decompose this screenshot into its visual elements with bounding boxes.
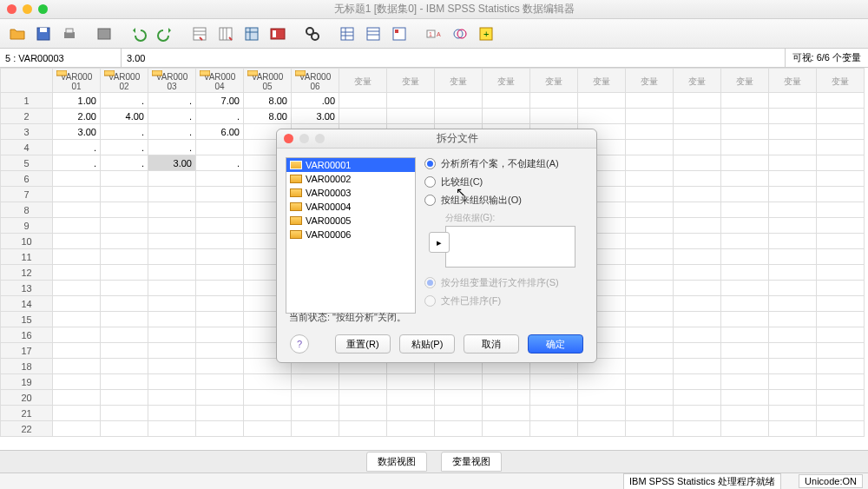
data-cell[interactable]: .00	[292, 93, 339, 109]
data-cell[interactable]	[196, 187, 244, 202]
data-cell[interactable]	[101, 359, 148, 374]
data-cell[interactable]	[721, 93, 769, 109]
help-button[interactable]: ?	[290, 334, 309, 354]
data-cell[interactable]: 8.00	[244, 93, 292, 109]
data-cell[interactable]	[339, 421, 387, 437]
data-cell[interactable]	[817, 312, 865, 327]
data-cell[interactable]: .	[196, 155, 244, 171]
data-cell[interactable]	[339, 374, 387, 390]
variable-list-item[interactable]: VAR00001	[286, 158, 415, 172]
reset-button[interactable]: 重置(R)	[335, 334, 391, 354]
data-cell[interactable]	[674, 265, 721, 281]
data-cell[interactable]	[148, 390, 196, 406]
data-cell[interactable]	[196, 218, 244, 234]
paste-button[interactable]: 粘贴(P)	[399, 334, 455, 354]
data-cell[interactable]	[435, 421, 483, 437]
data-cell[interactable]	[578, 421, 626, 437]
data-cell[interactable]	[196, 343, 244, 359]
row-header[interactable]: 18	[1, 359, 53, 374]
data-cell[interactable]	[292, 421, 339, 437]
data-cell[interactable]	[101, 327, 148, 343]
empty-column-header[interactable]: 变量	[721, 69, 769, 93]
data-cell[interactable]: 1.00	[53, 93, 101, 109]
row-header[interactable]: 3	[1, 124, 53, 140]
column-header[interactable]: VAR00006	[292, 69, 339, 93]
data-cell[interactable]	[626, 218, 674, 234]
data-cell[interactable]	[721, 312, 769, 327]
data-cell[interactable]	[101, 296, 148, 312]
data-cell[interactable]	[530, 109, 578, 124]
empty-column-header[interactable]: 变量	[387, 69, 435, 93]
data-cell[interactable]	[196, 374, 244, 390]
data-cell[interactable]	[196, 171, 244, 187]
data-cell[interactable]	[483, 390, 530, 406]
data-cell[interactable]	[817, 390, 865, 406]
row-header[interactable]: 14	[1, 296, 53, 312]
data-cell[interactable]	[817, 124, 865, 140]
row-header[interactable]: 11	[1, 249, 53, 265]
data-cell[interactable]	[53, 249, 101, 265]
data-cell[interactable]	[674, 109, 721, 124]
data-cell[interactable]	[196, 234, 244, 249]
data-cell[interactable]	[721, 249, 769, 265]
data-cell[interactable]	[817, 327, 865, 343]
data-cell[interactable]	[148, 374, 196, 390]
data-cell[interactable]	[148, 249, 196, 265]
data-cell[interactable]	[53, 218, 101, 234]
data-cell[interactable]	[483, 374, 530, 390]
data-cell[interactable]	[721, 359, 769, 374]
data-cell[interactable]	[530, 421, 578, 437]
data-cell[interactable]: 3.00	[148, 155, 196, 171]
data-cell[interactable]	[674, 312, 721, 327]
data-cell[interactable]	[674, 187, 721, 202]
variable-list-item[interactable]: VAR00002	[286, 172, 415, 186]
data-cell[interactable]	[101, 406, 148, 421]
data-cell[interactable]: .	[53, 140, 101, 155]
data-cell[interactable]	[626, 93, 674, 109]
data-cell[interactable]	[626, 343, 674, 359]
select-cases-button[interactable]	[387, 23, 411, 45]
empty-column-header[interactable]: 变量	[817, 69, 865, 93]
data-cell[interactable]	[101, 171, 148, 187]
data-cell[interactable]	[53, 171, 101, 187]
row-header[interactable]: 9	[1, 218, 53, 234]
data-cell[interactable]	[817, 343, 865, 359]
data-cell[interactable]	[148, 343, 196, 359]
show-all-button[interactable]: +	[474, 23, 498, 45]
data-cell[interactable]	[148, 421, 196, 437]
row-header[interactable]: 4	[1, 140, 53, 155]
row-header[interactable]: 15	[1, 312, 53, 327]
maximize-window-button[interactable]	[38, 4, 48, 14]
data-cell[interactable]	[626, 124, 674, 140]
recall-dialog-button[interactable]	[92, 23, 116, 45]
data-cell[interactable]	[626, 265, 674, 281]
data-cell[interactable]	[292, 390, 339, 406]
empty-column-header[interactable]: 变量	[530, 69, 578, 93]
data-cell[interactable]	[578, 109, 626, 124]
minimize-window-button[interactable]	[23, 4, 32, 14]
data-cell[interactable]	[387, 390, 435, 406]
data-cell[interactable]	[148, 171, 196, 187]
data-cell[interactable]	[674, 281, 721, 296]
data-cell[interactable]	[769, 93, 817, 109]
data-cell[interactable]	[817, 155, 865, 171]
ok-button[interactable]: 确定	[528, 334, 583, 354]
save-button[interactable]	[31, 23, 56, 45]
data-cell[interactable]	[101, 218, 148, 234]
data-cell[interactable]	[817, 218, 865, 234]
data-cell[interactable]: 8.00	[244, 109, 292, 124]
data-cell[interactable]	[339, 390, 387, 406]
data-cell[interactable]	[769, 124, 817, 140]
data-cell[interactable]	[769, 249, 817, 265]
data-cell[interactable]	[769, 265, 817, 281]
data-cell[interactable]	[721, 218, 769, 234]
radio-compare-groups[interactable]: 比较组(C)	[424, 175, 588, 188]
data-cell[interactable]	[196, 265, 244, 281]
data-cell[interactable]	[196, 140, 244, 155]
data-cell[interactable]	[769, 140, 817, 155]
data-cell[interactable]	[626, 171, 674, 187]
data-cell[interactable]	[101, 421, 148, 437]
data-cell[interactable]	[626, 421, 674, 437]
data-cell[interactable]: .	[148, 140, 196, 155]
empty-column-header[interactable]: 变量	[483, 69, 530, 93]
